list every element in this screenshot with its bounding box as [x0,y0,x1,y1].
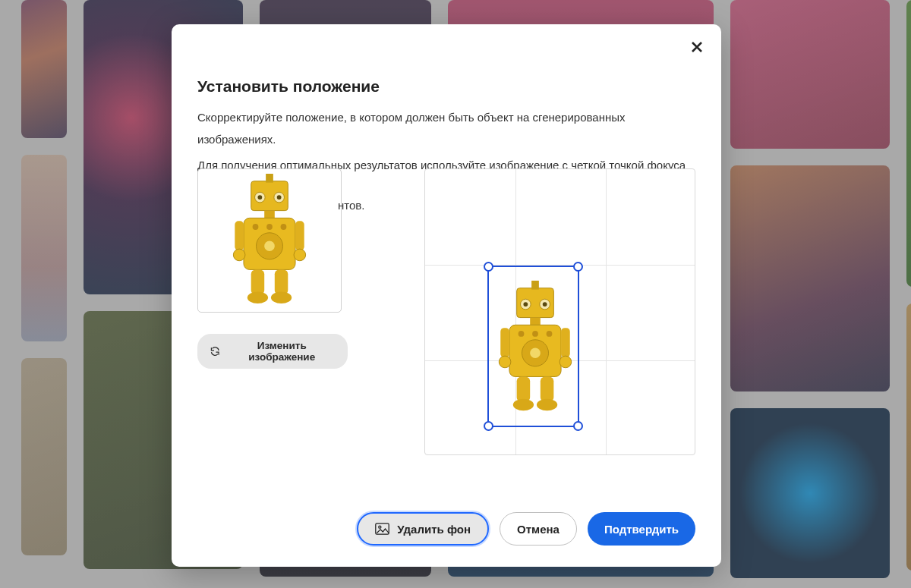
change-image-label: Изменить изображение [228,340,336,363]
svg-point-5 [277,195,282,200]
svg-rect-39 [541,376,554,401]
svg-rect-38 [517,376,531,401]
svg-rect-1 [266,174,273,183]
svg-rect-18 [275,270,288,295]
svg-rect-22 [531,281,539,290]
svg-point-33 [547,331,553,337]
svg-point-40 [513,398,534,410]
set-position-modal: Установить положение Скорректируйте поло… [172,24,721,567]
confirm-button[interactable]: Подтвердить [588,512,695,546]
image-icon [375,523,389,535]
remove-background-button[interactable]: Удалить фон [357,512,489,546]
svg-point-16 [294,249,306,261]
cancel-button[interactable]: Отмена [500,512,577,546]
svg-rect-14 [295,221,304,250]
svg-point-37 [560,356,572,368]
resize-handle-bottom-left[interactable] [484,421,493,431]
svg-rect-13 [235,221,244,250]
svg-rect-34 [500,328,509,357]
svg-rect-27 [530,317,541,325]
svg-rect-35 [561,328,570,357]
svg-point-19 [247,292,268,304]
confirm-label: Подтвердить [604,523,679,536]
svg-point-25 [523,302,528,307]
reference-image [213,174,326,307]
close-icon [691,41,703,53]
svg-point-10 [253,224,259,230]
modal-footer: Удалить фон Отмена Подтвердить [357,512,695,546]
svg-point-9 [264,241,275,252]
modal-description-3-fragment: нтов. [338,199,364,212]
remove-background-label: Удалить фон [397,523,471,536]
svg-point-12 [281,224,287,230]
change-image-button[interactable]: Изменить изображение [197,334,348,369]
svg-point-26 [543,302,547,307]
cancel-label: Отмена [517,523,560,536]
svg-point-43 [379,526,381,528]
selection-box[interactable] [487,266,579,427]
svg-point-20 [271,292,292,304]
grid-line [606,169,607,454]
svg-point-11 [266,224,273,230]
refresh-icon [210,345,220,357]
modal-title: Установить положение [197,77,695,96]
resize-handle-top-left[interactable] [484,262,493,272]
placed-image [480,266,591,429]
svg-point-15 [233,249,245,261]
resize-handle-bottom-right[interactable] [573,421,583,431]
close-button[interactable] [685,35,709,59]
svg-point-32 [532,331,538,337]
resize-handle-top-right[interactable] [573,262,583,272]
svg-point-30 [530,347,541,358]
svg-rect-17 [251,270,265,295]
svg-point-4 [257,195,262,200]
svg-point-31 [519,331,525,337]
svg-point-41 [537,398,557,410]
svg-point-36 [499,356,511,368]
modal-description-1: Скорректируйте положение, в котором долж… [197,106,695,151]
svg-rect-6 [264,211,275,219]
position-canvas[interactable] [424,168,695,455]
reference-image-preview [197,168,342,313]
